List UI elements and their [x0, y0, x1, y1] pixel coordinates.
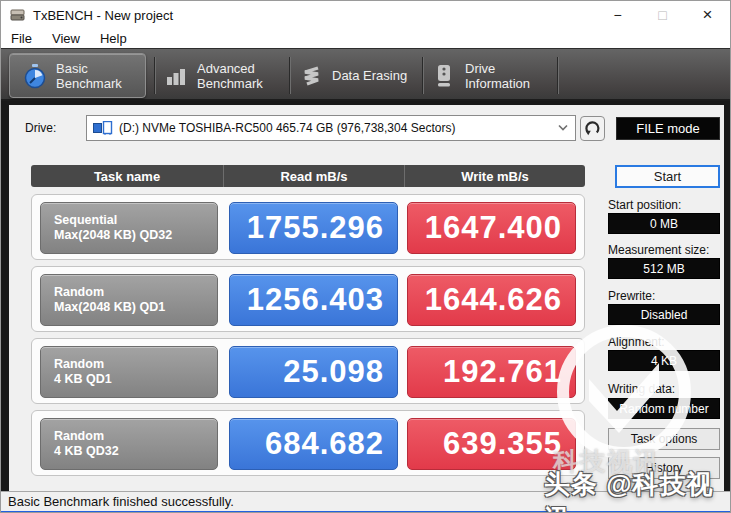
titlebar: TxBENCH - New project − □ × [1, 1, 730, 29]
measurement-size-field[interactable]: 512 MB [608, 258, 720, 279]
menu-help[interactable]: Help [90, 31, 137, 46]
bar-chart-icon [164, 64, 188, 88]
prewrite-label: Prewrite: [608, 289, 655, 303]
task-button[interactable]: Random4 KB QD32 [40, 418, 218, 470]
alignment-label: Alignment: [608, 335, 665, 349]
write-value: 1644.626 [407, 274, 576, 326]
prewrite-field[interactable]: Disabled [608, 304, 720, 325]
start-button[interactable]: Start [615, 165, 720, 188]
table-row: Random4 KB QD32 684.682 639.355 [31, 410, 585, 476]
tab-advanced-benchmark[interactable]: AdvancedBenchmark [164, 53, 282, 98]
chevron-down-icon [558, 124, 568, 131]
maximize-button[interactable]: □ [640, 1, 685, 29]
table-row: RandomMax(2048 KB) QD1 1256.403 1644.626 [31, 266, 585, 332]
menubar: File View Help [1, 29, 730, 48]
tab-label: AdvancedBenchmark [197, 61, 263, 91]
alignment-field[interactable]: 4 KB [608, 350, 720, 371]
tab-drive-information[interactable]: DriveInformation [432, 53, 554, 98]
task-button[interactable]: Random4 KB QD1 [40, 346, 218, 398]
refresh-drives-button[interactable] [580, 116, 605, 141]
task-button[interactable]: RandomMax(2048 KB) QD1 [40, 274, 218, 326]
write-value: 1647.400 [407, 202, 576, 254]
measurement-size-label: Measurement size: [608, 243, 709, 257]
toolbar-separator [422, 57, 423, 94]
drive-label: Drive: [25, 121, 56, 135]
drive-select-value: (D:) NVMe TOSHIBA-RC500 465.74 GB (976,7… [119, 121, 455, 135]
header-task-name: Task name [31, 165, 223, 187]
tab-basic-benchmark[interactable]: BasicBenchmark [9, 53, 146, 98]
menu-file[interactable]: File [1, 31, 42, 46]
tab-label: Data Erasing [332, 68, 407, 83]
read-value: 684.682 [229, 418, 398, 470]
table-row: Random4 KB QD1 25.098 192.761 [31, 338, 585, 404]
toolbar-separator [289, 57, 290, 94]
minimize-button[interactable]: − [595, 1, 640, 29]
disk-drive-icon [93, 121, 113, 135]
toolbar-separator [557, 57, 558, 94]
writing-data-field[interactable]: Random number [608, 398, 720, 419]
header-read: Read mB/s [223, 165, 404, 187]
status-text: Basic Benchmark finished successfully. [8, 494, 234, 509]
history-button[interactable]: History [608, 457, 720, 479]
task-button[interactable]: SequentialMax(2048 KB) QD32 [40, 202, 218, 254]
header-write: Write mB/s [404, 165, 585, 187]
writing-data-label: Writing data: [608, 382, 675, 396]
read-value: 1256.403 [229, 274, 398, 326]
tab-label: DriveInformation [465, 61, 530, 91]
tab-data-erasing[interactable]: Data Erasing [299, 53, 415, 98]
start-position-label: Start position: [608, 198, 681, 212]
drive-icon [432, 63, 456, 89]
write-value: 639.355 [407, 418, 576, 470]
close-button[interactable]: × [685, 1, 730, 29]
toolbar: BasicBenchmark AdvancedBenchmark Data Er… [1, 48, 730, 101]
refresh-icon [584, 120, 601, 137]
window-title: TxBENCH - New project [33, 8, 173, 23]
read-value: 25.098 [229, 346, 398, 398]
tab-label: BasicBenchmark [56, 61, 122, 91]
start-position-field[interactable]: 0 MB [608, 213, 720, 234]
toolbar-separator [154, 57, 155, 94]
drive-select[interactable]: (D:) NVMe TOSHIBA-RC500 465.74 GB (976,7… [86, 115, 576, 141]
txbench-window: TxBENCH - New project − □ × File View He… [0, 0, 731, 513]
main-frame: Drive: (D:) NVMe TOSHIBA-RC500 465.74 GB… [1, 101, 731, 491]
task-options-button[interactable]: Task options [608, 428, 720, 450]
table-header: Task name Read mB/s Write mB/s [31, 165, 585, 187]
table-row: SequentialMax(2048 KB) QD32 1755.296 164… [31, 194, 585, 260]
stopwatch-icon [23, 63, 47, 89]
status-bar: Basic Benchmark finished successfully. [1, 491, 731, 511]
erase-zigzag-icon [299, 64, 323, 88]
file-mode-button[interactable]: FILE mode [616, 117, 720, 140]
content-area: Drive: (D:) NVMe TOSHIBA-RC500 465.74 GB… [9, 105, 724, 491]
write-value: 192.761 [407, 346, 576, 398]
app-icon [10, 8, 26, 22]
read-value: 1755.296 [229, 202, 398, 254]
menu-view[interactable]: View [42, 31, 90, 46]
